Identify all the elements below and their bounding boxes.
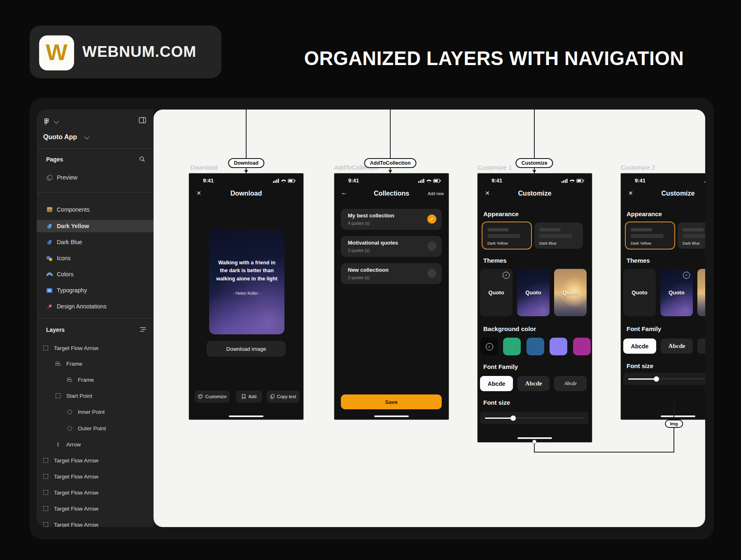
layer-row-target-flow-arrow[interactable]: Target Flow Arrow: [37, 454, 154, 467]
download-image-button[interactable]: Download image: [207, 341, 286, 357]
layer-row-outer-point[interactable]: Outer Point: [37, 422, 154, 434]
color-swatch-blue[interactable]: [527, 338, 544, 355]
collection-item[interactable]: My best collection 4 quotes (s) ✓: [341, 209, 442, 230]
search-icon[interactable]: [139, 156, 145, 162]
flow-arrowhead: [388, 170, 392, 173]
dashed-frame-icon: [56, 393, 61, 398]
color-swatch-purple[interactable]: [550, 338, 567, 355]
color-swatch-black[interactable]: ✓: [480, 338, 498, 355]
shapes-icon: [46, 255, 53, 261]
divider: [37, 148, 154, 149]
customize-button[interactable]: Customize: [195, 390, 230, 403]
sidebar-item-preview[interactable]: Preview: [37, 171, 154, 184]
flow-badge-download[interactable]: Download: [228, 158, 264, 168]
collection-count: 3 quotes (s): [348, 248, 370, 253]
slider-knob[interactable]: [510, 415, 516, 421]
phone-frame-customize-1[interactable]: 9:41 ✕ Customize Appearance Dark Yellow …: [478, 173, 592, 442]
appearance-option-dark-yellow[interactable]: Dark Yellow: [482, 222, 532, 250]
flow-badge-customize[interactable]: Customize: [515, 158, 553, 168]
sidebar-item-label: Dark Blue: [57, 239, 82, 245]
theme-option-nebula[interactable]: Quoto: [517, 269, 550, 316]
check-circle-icon[interactable]: [427, 242, 436, 251]
collection-title: My best collection: [348, 212, 394, 219]
collection-item[interactable]: New collectioon 2 quotes (s): [341, 263, 442, 284]
sidebar-item-label: Colors: [57, 271, 73, 278]
toggle-sidebar-icon[interactable]: [139, 117, 146, 124]
layer-row-start-point[interactable]: Start Point: [37, 390, 154, 402]
sidebar-item-design-annotations[interactable]: Design Annotations: [37, 300, 154, 313]
figma-menu-icon[interactable]: [43, 118, 50, 125]
add-new-link[interactable]: Add new: [428, 191, 444, 196]
check-circle-icon[interactable]: ✓: [427, 215, 436, 224]
appearance-option-label: Dark Blue: [683, 241, 700, 245]
layer-row-frame-nested[interactable]: Frame: [37, 373, 154, 386]
bookmark-icon: [242, 394, 246, 399]
sidebar-item-dark-blue[interactable]: Dark Blue: [37, 236, 154, 248]
font-option-script[interactable]: Abcde: [554, 376, 587, 391]
flow-badge-addtocollection[interactable]: AddToCollection: [364, 158, 416, 168]
frame-label-download[interactable]: Download: [190, 164, 218, 171]
pages-label: Pages: [46, 156, 63, 163]
theme-option-nebula[interactable]: ✓ Quoto: [660, 269, 693, 316]
theme-name: Quoto: [480, 289, 513, 296]
layer-row-target-flow-arrow[interactable]: Target Flow Arrow: [37, 486, 154, 499]
brand-logo: W: [39, 35, 74, 70]
screen-title: Customize: [478, 190, 592, 197]
selected-check-icon: ✓: [683, 272, 690, 279]
appearance-option-dark-yellow[interactable]: Dark Yellow: [625, 222, 675, 250]
phone-frame-customize-2[interactable]: 9:41 ✕ Customize Appearance Dark Yellow …: [621, 173, 705, 420]
divider: [37, 192, 154, 193]
slider-knob[interactable]: [654, 376, 659, 382]
layer-row-target-flow-arrow[interactable]: Target Flow Arrow: [37, 502, 154, 515]
copy-text-button[interactable]: Copy text: [267, 390, 299, 403]
layer-list-icon[interactable]: [140, 327, 146, 332]
color-swatch-magenta[interactable]: [573, 338, 591, 355]
appearance-option-dark-blue[interactable]: Dark Blue: [534, 222, 583, 249]
sidebar-item-icons[interactable]: Icons: [37, 252, 154, 264]
connector-start-dot[interactable]: [532, 440, 537, 444]
layer-row-target-flow-arrow[interactable]: Target Flow Arrow: [37, 470, 154, 483]
sidebar-item-colors[interactable]: Colors: [37, 268, 154, 280]
sidebar-item-typography[interactable]: A Typography: [37, 284, 154, 296]
layer-row-inner-point[interactable]: Inner Point: [37, 406, 154, 418]
layer-label: Target Flow Arrow: [54, 474, 98, 480]
ellipse-icon: [67, 409, 72, 414]
save-button[interactable]: Save: [341, 394, 442, 409]
workspace-panel: Download AddToCollection Customize Downl…: [30, 98, 714, 539]
frame-label-customize1[interactable]: Customize 1: [478, 164, 512, 171]
layer-row-target-flow-arrow[interactable]: Target Flow Arrow: [37, 342, 154, 354]
color-swatch-green[interactable]: [503, 338, 521, 355]
page-title: ORGANIZED LAYERS WITH NAVIGATION: [262, 40, 725, 77]
theme-option-sunset[interactable]: Quoto: [697, 269, 705, 316]
project-name[interactable]: Quoto App: [43, 133, 77, 141]
phone-frame-download[interactable]: 9:41 ✕ Download Walking with a friend in…: [189, 173, 303, 420]
theme-option-dark[interactable]: ✓ Quoto: [480, 269, 513, 316]
appearance-option-label: Dark Blue: [539, 241, 557, 245]
frame-label-customize2[interactable]: Customize 2: [621, 164, 655, 171]
add-button[interactable]: Add: [236, 390, 262, 403]
img-badge[interactable]: Img: [665, 420, 683, 428]
sidebar-item-dark-yellow[interactable]: Dark Yellow: [37, 220, 154, 232]
font-size-slider[interactable]: [480, 412, 589, 424]
theme-option-sunset[interactable]: Quoto: [554, 269, 587, 316]
font-size-slider[interactable]: [623, 373, 705, 385]
collection-item[interactable]: Motivational quotes 3 quotes (s): [341, 236, 442, 257]
layer-row-arrow[interactable]: Arrow: [37, 438, 154, 450]
font-option-sans[interactable]: Abcde: [623, 338, 656, 354]
appearance-option-dark-blue[interactable]: Dark Blue: [678, 222, 705, 249]
layer-row-frame[interactable]: Frame: [37, 357, 154, 370]
theme-option-dark[interactable]: Quoto: [623, 269, 656, 316]
layer-row-target-flow-arrow[interactable]: Target Flow Arrow: [37, 518, 154, 527]
phone-frame-collections[interactable]: 9:41 ← Collections Add new My best colle…: [334, 173, 449, 420]
check-circle-icon[interactable]: [427, 269, 436, 278]
font-option-script[interactable]: [697, 338, 705, 354]
chevron-down-icon[interactable]: [54, 118, 59, 124]
font-option-sans[interactable]: Abcde: [480, 376, 513, 391]
chevron-down-icon[interactable]: [84, 134, 90, 139]
design-canvas[interactable]: Download AddToCollection Customize Downl…: [154, 110, 705, 527]
frame-icon: [56, 361, 61, 366]
home-indicator: [517, 437, 552, 439]
font-option-serif[interactable]: Abcde: [661, 338, 693, 354]
sidebar-item-components[interactable]: Components: [37, 203, 154, 216]
font-option-serif[interactable]: Abcde: [517, 376, 550, 391]
